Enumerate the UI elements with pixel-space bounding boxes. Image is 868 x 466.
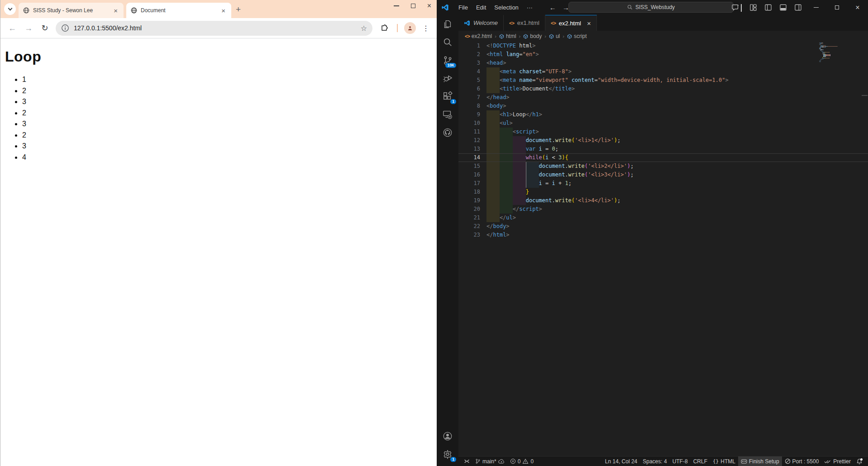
- browser-window-controls: ×: [394, 4, 431, 8]
- run-debug-icon[interactable]: [437, 69, 458, 87]
- new-tab-button[interactable]: +: [236, 5, 241, 14]
- browser-tab-siss-study[interactable]: SISS Study - Sewon Lee ×: [19, 3, 124, 18]
- notifications-bell[interactable]: [854, 456, 865, 466]
- code-line-14[interactable]: 14while(i < 3){: [458, 153, 868, 162]
- code-line-12[interactable]: 12document.write('<li>1</li>');: [458, 136, 868, 145]
- code-line-17[interactable]: 17i = i + 1;: [458, 179, 868, 188]
- tab-search-button[interactable]: [4, 3, 16, 15]
- code-line-10[interactable]: 10<ul>: [458, 119, 868, 128]
- search-icon[interactable]: [437, 33, 458, 51]
- minimap[interactable]: [819, 43, 861, 62]
- reload-button[interactable]: ↻: [38, 22, 51, 34]
- site-info-icon[interactable]: [61, 24, 69, 32]
- github-icon[interactable]: [437, 124, 458, 142]
- code-line-9[interactable]: 9<h1>Loop</h1>: [458, 110, 868, 119]
- code-line-18[interactable]: 18}: [458, 188, 868, 196]
- breadcrumb-item-body[interactable]: body: [523, 33, 542, 39]
- vscode-minimize-icon[interactable]: [806, 0, 826, 15]
- vscode-logo-icon[interactable]: [441, 4, 449, 11]
- url-text[interactable]: 127.0.0.1:5500/ex2.html: [74, 24, 357, 32]
- indentation-status[interactable]: Spaces: 4: [640, 456, 669, 466]
- vscode-close-icon[interactable]: ×: [847, 0, 868, 15]
- breadcrumb-item-html[interactable]: html: [499, 33, 516, 39]
- nav-back-icon[interactable]: ←: [549, 4, 556, 11]
- breadcrumb-item-script[interactable]: script: [567, 33, 587, 39]
- code-line-6[interactable]: 6<title>Document</title>: [458, 85, 868, 93]
- code-line-4[interactable]: 4<meta charset="UTF-8">: [458, 67, 868, 76]
- encoding-status[interactable]: UTF-8: [670, 456, 691, 466]
- tab-welcome[interactable]: Welcome: [458, 15, 504, 31]
- toggle-panel-icon[interactable]: [780, 4, 787, 11]
- code-line-8[interactable]: 8<body>: [458, 102, 868, 110]
- eol-status[interactable]: CRLF: [691, 456, 710, 466]
- forward-button[interactable]: →: [22, 22, 35, 34]
- tab-ex2[interactable]: <> ex2.html ×: [545, 15, 597, 31]
- prettier-status[interactable]: Prettier: [821, 456, 854, 466]
- close-tab-icon[interactable]: ×: [112, 7, 119, 14]
- browser-tab-document[interactable]: Document ×: [126, 3, 231, 18]
- indent-guide: [500, 128, 513, 136]
- close-tab-icon[interactable]: ×: [587, 19, 591, 27]
- browser-tab-strip: SISS Study - Sewon Lee × Document × + ×: [0, 0, 437, 18]
- source-control-icon[interactable]: 10K: [437, 51, 458, 69]
- code-line-22[interactable]: 22</body>: [458, 222, 868, 231]
- profile-avatar[interactable]: [404, 22, 416, 34]
- toggle-primary-sidebar-icon[interactable]: [765, 4, 772, 11]
- address-bar[interactable]: 127.0.0.1:5500/ex2.html ☆: [56, 21, 372, 36]
- remote-explorer-icon[interactable]: [437, 105, 458, 124]
- menu-file[interactable]: File: [454, 4, 472, 11]
- explorer-icon[interactable]: [437, 15, 458, 33]
- code-line-19[interactable]: 19document.write('<li>4</li>');: [458, 196, 868, 205]
- code-line-20[interactable]: 20</script>: [458, 205, 868, 214]
- code-line-11[interactable]: 11<script>: [458, 128, 868, 136]
- remote-indicator[interactable]: [461, 456, 472, 466]
- customize-layout-icon[interactable]: [750, 4, 757, 11]
- extensions-icon[interactable]: 1: [437, 87, 458, 105]
- live-server-port[interactable]: Port : 5500: [782, 456, 822, 466]
- menu-edit[interactable]: Edit: [472, 4, 490, 11]
- breadcrumb-item-ul[interactable]: ul: [549, 33, 560, 39]
- toggle-secondary-sidebar-icon[interactable]: [795, 4, 801, 11]
- language-mode-status[interactable]: {} HTML: [710, 456, 738, 466]
- browser-menu-icon[interactable]: ⋮: [422, 24, 429, 33]
- code-editor[interactable]: 1<!DOCTYPE html>2<html lang="en">3<head>…: [458, 42, 868, 456]
- cursor-position[interactable]: Ln 14, Col 24: [602, 456, 640, 466]
- code-token: title: [555, 85, 572, 93]
- code-line-13[interactable]: 13var i = 0;: [458, 145, 868, 153]
- vscode-maximize-icon[interactable]: [826, 0, 847, 15]
- maximize-icon[interactable]: [411, 4, 415, 8]
- command-center-search[interactable]: SISS_Webstudy: [568, 2, 734, 13]
- line-number: 2: [458, 50, 480, 59]
- code-token: (: [585, 162, 588, 171]
- problems-status[interactable]: 0 0: [507, 456, 536, 466]
- menu-selection[interactable]: Selection: [490, 4, 522, 11]
- bookmark-star-icon[interactable]: ☆: [361, 24, 367, 33]
- copilot-chat-icon[interactable]: [732, 4, 742, 11]
- settings-gear-icon[interactable]: 1: [437, 445, 458, 463]
- git-branch-status[interactable]: main*: [472, 456, 507, 466]
- close-icon[interactable]: ×: [427, 4, 431, 8]
- extensions-puzzle-icon[interactable]: [380, 24, 389, 33]
- code-line-2[interactable]: 2<html lang="en">: [458, 50, 868, 59]
- accounts-icon[interactable]: [437, 427, 458, 445]
- code-line-23[interactable]: 23</html>: [458, 231, 868, 239]
- search-query: SISS_Webstudy: [635, 4, 675, 10]
- code-line-3[interactable]: 3<head>: [458, 59, 868, 67]
- back-button[interactable]: ←: [6, 22, 19, 34]
- code-line-1[interactable]: 1<!DOCTYPE html>: [458, 42, 868, 50]
- minimize-icon[interactable]: [394, 5, 399, 6]
- menu-more[interactable]: ···: [523, 4, 537, 11]
- code-line-16[interactable]: 16document.write('<li>3</li>');: [458, 171, 868, 179]
- code-line-5[interactable]: 5<meta name="viewport" content="width=de…: [458, 76, 868, 85]
- code-line-7[interactable]: 7</head>: [458, 93, 868, 102]
- tab-ex1[interactable]: <> ex1.html: [504, 15, 545, 31]
- close-tab-icon[interactable]: ×: [220, 7, 227, 14]
- error-count: 0: [518, 458, 521, 465]
- rendered-page: Loop 12323234: [0, 38, 437, 466]
- finish-setup-button[interactable]: Finish Setup: [738, 456, 782, 466]
- breadcrumb-item-ex2-html[interactable]: <>ex2.html: [465, 33, 492, 39]
- code-token: >: [510, 119, 513, 128]
- line-number: 8: [458, 102, 480, 110]
- code-line-21[interactable]: 21</ul>: [458, 214, 868, 222]
- code-line-15[interactable]: 15document.write('<li>2</li>');: [458, 162, 868, 171]
